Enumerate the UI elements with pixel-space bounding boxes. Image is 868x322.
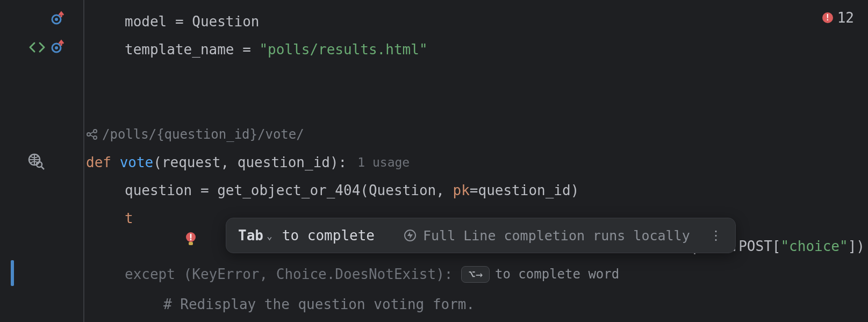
code-line[interactable]: question = get_object_or_404(Question, p… — [86, 176, 868, 204]
svg-point-8 — [87, 133, 90, 136]
complete-word-hint: to complete word — [495, 267, 619, 282]
svg-point-1 — [55, 18, 58, 21]
code-token: ]) — [848, 238, 865, 254]
keycap-option-right: ⌥→ — [461, 266, 490, 283]
code-token: "choice" — [780, 238, 848, 254]
completion-info: Full Line completion runs locally — [404, 228, 690, 244]
route-text: /polls/{question_id}/vote/ — [102, 127, 304, 142]
code-token: (KeyError, Choice.DoesNotExist): — [184, 266, 453, 282]
code-token: t — [125, 210, 133, 226]
chevron-down-icon[interactable]: ⌄ — [267, 230, 272, 241]
web-search-icon[interactable] — [27, 152, 45, 170]
override-up-icon[interactable] — [49, 39, 66, 55]
code-token: vote — [120, 154, 154, 170]
error-count: 12 — [837, 10, 854, 26]
code-line[interactable]: template_name = "polls/results.html" — [86, 35, 868, 63]
code-line[interactable]: except (KeyError, Choice.DoesNotExist):⌥… — [86, 260, 868, 288]
gutter-ruler — [83, 0, 84, 322]
code-token: pk — [453, 182, 470, 198]
svg-point-3 — [55, 46, 58, 49]
code-token: question — [125, 182, 192, 198]
code-token: model — [125, 13, 167, 30]
error-count-badge[interactable]: ! 12 — [822, 10, 854, 26]
code-token: Question — [369, 182, 436, 198]
route-hint[interactable]: /polls/{question_id}/vote/ — [86, 120, 868, 148]
share-icon — [86, 128, 98, 140]
code-token: , — [436, 182, 453, 198]
svg-point-9 — [94, 130, 97, 133]
more-menu-icon[interactable]: ⋮ — [709, 228, 723, 243]
code-token: ( — [360, 182, 369, 198]
code-token: except — [125, 266, 184, 282]
error-icon: ! — [822, 12, 833, 23]
override-up-icon[interactable] — [49, 11, 66, 27]
completion-popup: Tab⌄ to complete Full Line completion ru… — [226, 218, 736, 253]
svg-point-10 — [94, 136, 97, 139]
code-token: def — [86, 154, 120, 170]
code-comment: # Redisplay the question voting form. — [163, 296, 475, 312]
code-token: = — [192, 182, 217, 198]
code-token: question_id — [478, 182, 570, 198]
code-token: template_name — [125, 41, 234, 58]
to-complete-label: to complete — [282, 227, 375, 244]
code-token: ) — [571, 182, 579, 198]
code-line[interactable]: def vote(request, question_id):1 usage — [86, 148, 868, 176]
code-token: get_object_or_404 — [217, 182, 360, 198]
local-icon — [404, 229, 417, 242]
code-token: (request, question_id): — [153, 154, 347, 170]
code-token: = — [167, 13, 192, 30]
code-line[interactable]: # Redisplay the question voting form. — [86, 290, 868, 318]
code-tag-icon[interactable] — [28, 39, 46, 55]
code-token: = — [470, 182, 478, 198]
caret-indicator — [11, 260, 14, 286]
code-token: Question — [192, 13, 259, 30]
code-token: "polls/results.html" — [259, 41, 427, 58]
code-token: = — [234, 41, 260, 58]
code-line[interactable]: model = Question — [86, 8, 868, 35]
tab-key-hint[interactable]: Tab⌄ — [238, 227, 272, 244]
usage-hint[interactable]: 1 usage — [357, 155, 410, 169]
code-editor[interactable]: model = Question template_name = "polls/… — [86, 0, 868, 322]
